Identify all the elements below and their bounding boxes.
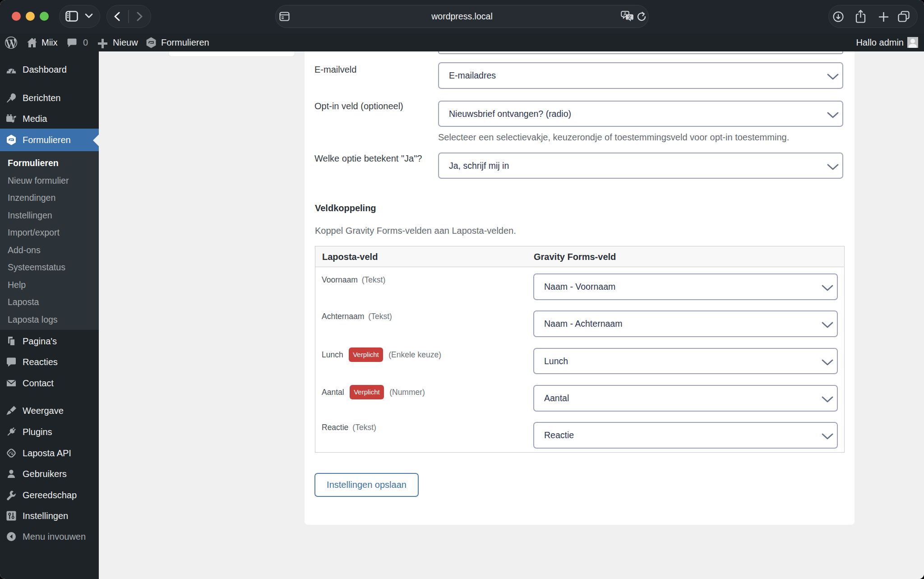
svg-text:文: 文 xyxy=(627,14,632,20)
